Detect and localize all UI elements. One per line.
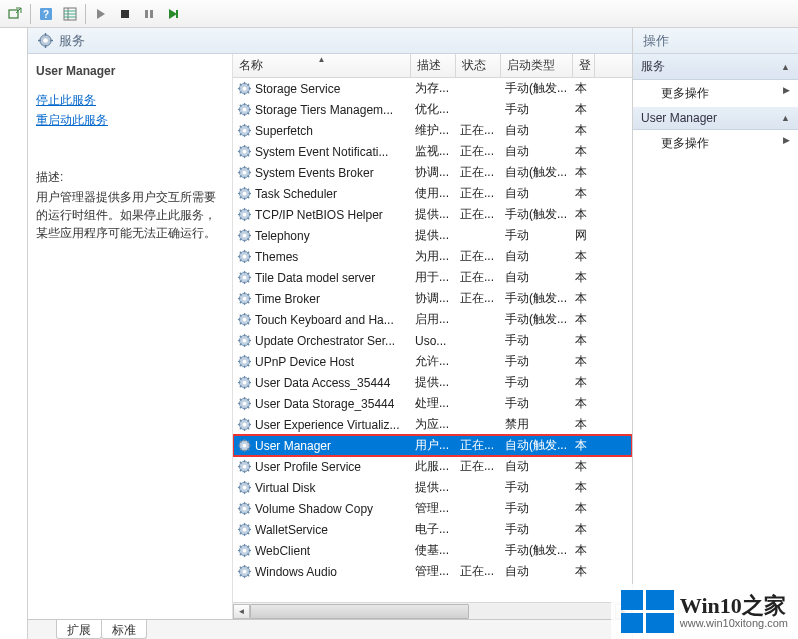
- table-row[interactable]: User Experience Virtualiz...为应...禁用本: [233, 414, 632, 435]
- cell-desc: 为应...: [411, 416, 456, 433]
- center-pane: 服务 User Manager 停止此服务 重启动此服务 描述: 用户管理器提供…: [28, 28, 633, 639]
- svg-point-79: [243, 213, 247, 217]
- cell-name: Tile Data model server: [233, 270, 411, 285]
- table-row[interactable]: User Profile Service此服...正在...自动本: [233, 456, 632, 477]
- table-row[interactable]: Update Orchestrator Ser...Uso...手动本: [233, 330, 632, 351]
- cell-desc: Uso...: [411, 334, 456, 348]
- cell-logon: 本: [573, 206, 595, 223]
- table-row[interactable]: WalletService电子...手动本: [233, 519, 632, 540]
- cell-startup: 自动(触发...: [501, 437, 573, 454]
- gear-icon: [237, 270, 252, 285]
- services-list: 名称▲ 描述 状态 启动类型 登 Storage Service为存...手动(…: [233, 54, 632, 619]
- table-row[interactable]: System Event Notificati...监视...正在...自动本: [233, 141, 632, 162]
- gear-icon: [237, 543, 252, 558]
- svg-point-199: [243, 465, 247, 469]
- cell-logon: 本: [573, 563, 595, 580]
- export-icon[interactable]: [4, 3, 26, 25]
- help-icon[interactable]: ?: [35, 3, 57, 25]
- actions-section-services[interactable]: 服务▲: [633, 54, 798, 80]
- cell-logon: 本: [573, 311, 595, 328]
- table-row[interactable]: Themes为用...正在...自动本: [233, 246, 632, 267]
- col-status[interactable]: 状态: [456, 54, 501, 77]
- cell-name: System Events Broker: [233, 165, 411, 180]
- col-name[interactable]: 名称▲: [233, 54, 411, 77]
- actions-more-2[interactable]: 更多操作 ▶: [633, 130, 798, 157]
- table-row[interactable]: Task Scheduler使用...正在...自动本: [233, 183, 632, 204]
- cell-name: Storage Tiers Managem...: [233, 102, 411, 117]
- sort-indicator-icon: ▲: [318, 55, 326, 64]
- table-row[interactable]: User Manager用户...正在...自动(触发...本: [233, 435, 632, 456]
- cell-logon: 本: [573, 458, 595, 475]
- cell-logon: 本: [573, 353, 595, 370]
- gear-icon: [237, 165, 252, 180]
- service-title: User Manager: [36, 64, 224, 78]
- scroll-track[interactable]: [250, 604, 615, 619]
- cell-startup: 自动: [501, 143, 573, 160]
- cell-startup: 手动: [501, 101, 573, 118]
- hscrollbar[interactable]: ◄ ►: [233, 602, 632, 619]
- gear-icon: [237, 186, 252, 201]
- pause-icon[interactable]: [138, 3, 160, 25]
- table-row[interactable]: Storage Service为存...手动(触发...本: [233, 78, 632, 99]
- table-row[interactable]: Superfetch维护...正在...自动本: [233, 120, 632, 141]
- cell-startup: 手动: [501, 500, 573, 517]
- cell-logon: 本: [573, 416, 595, 433]
- cell-startup: 手动: [501, 374, 573, 391]
- gear-icon: [237, 459, 252, 474]
- svg-point-179: [243, 423, 247, 427]
- cell-name: User Data Access_35444: [233, 375, 411, 390]
- table-row[interactable]: UPnP Device Host允许...手动本: [233, 351, 632, 372]
- cell-name: User Data Storage_35444: [233, 396, 411, 411]
- col-logon[interactable]: 登: [573, 54, 595, 77]
- cell-status: 正在...: [456, 437, 501, 454]
- gear-icon: [237, 564, 252, 579]
- table-row[interactable]: TCP/IP NetBIOS Helper提供...正在...手动(触发...本: [233, 204, 632, 225]
- col-desc[interactable]: 描述: [411, 54, 456, 77]
- cell-desc: 协调...: [411, 290, 456, 307]
- cell-startup: 自动: [501, 122, 573, 139]
- cell-startup: 自动: [501, 563, 573, 580]
- cell-status: 正在...: [456, 185, 501, 202]
- col-startup[interactable]: 启动类型: [501, 54, 573, 77]
- cell-status: 正在...: [456, 563, 501, 580]
- cell-logon: 本: [573, 185, 595, 202]
- cell-logon: 本: [573, 143, 595, 160]
- table-row[interactable]: User Data Storage_35444处理...手动本: [233, 393, 632, 414]
- desc-label: 描述:: [36, 169, 224, 186]
- windows-logo-icon: [621, 590, 674, 633]
- table-row[interactable]: Time Broker协调...正在...手动(触发...本: [233, 288, 632, 309]
- separator: [30, 4, 31, 24]
- svg-point-89: [243, 234, 247, 238]
- stop-icon[interactable]: [114, 3, 136, 25]
- restart-link[interactable]: 重启动此服务: [36, 112, 224, 129]
- actions-more-1[interactable]: 更多操作 ▶: [633, 80, 798, 107]
- scroll-left-icon[interactable]: ◄: [233, 604, 250, 619]
- restart-icon[interactable]: [162, 3, 184, 25]
- cell-desc: 电子...: [411, 521, 456, 538]
- cell-desc: 协调...: [411, 164, 456, 181]
- cell-name: Touch Keyboard and Ha...: [233, 312, 411, 327]
- table-row[interactable]: System Events Broker协调...正在...自动(触发...本: [233, 162, 632, 183]
- tab-standard[interactable]: 标准: [101, 620, 147, 639]
- cell-startup: 手动: [501, 479, 573, 496]
- table-row[interactable]: Tile Data model server用于...正在...自动本: [233, 267, 632, 288]
- svg-point-119: [243, 297, 247, 301]
- table-row[interactable]: Virtual Disk提供...手动本: [233, 477, 632, 498]
- svg-point-159: [243, 381, 247, 385]
- scroll-thumb[interactable]: [250, 604, 469, 619]
- svg-point-209: [243, 486, 247, 490]
- cell-logon: 本: [573, 164, 595, 181]
- cell-name: Update Orchestrator Ser...: [233, 333, 411, 348]
- table-row[interactable]: Volume Shadow Copy管理...手动本: [233, 498, 632, 519]
- table-row[interactable]: Windows Audio管理...正在...自动本: [233, 561, 632, 582]
- stop-link[interactable]: 停止此服务: [36, 92, 224, 109]
- tab-extended[interactable]: 扩展: [56, 620, 102, 639]
- table-row[interactable]: User Data Access_35444提供...手动本: [233, 372, 632, 393]
- table-row[interactable]: Touch Keyboard and Ha...启用...手动(触发...本: [233, 309, 632, 330]
- table-row[interactable]: Storage Tiers Managem...优化...手动本: [233, 99, 632, 120]
- detail-icon[interactable]: [59, 3, 81, 25]
- play-icon[interactable]: [90, 3, 112, 25]
- table-row[interactable]: Telephony提供...手动网: [233, 225, 632, 246]
- table-row[interactable]: WebClient使基...手动(触发...本: [233, 540, 632, 561]
- actions-section-usermanager[interactable]: User Manager▲: [633, 107, 798, 130]
